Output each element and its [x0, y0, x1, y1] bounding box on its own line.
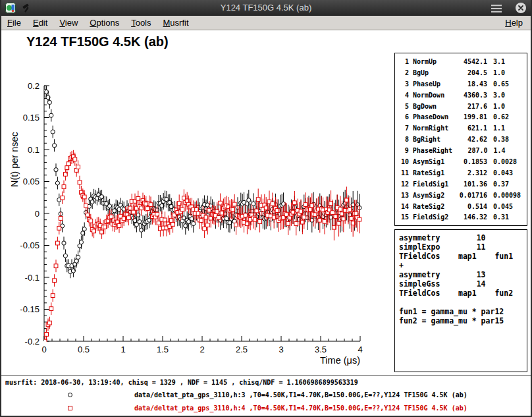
param-val: 2.312: [452, 169, 487, 177]
param-err: 0.65: [493, 80, 523, 88]
param-num: 11: [398, 169, 409, 177]
param-err: 3.0: [493, 92, 523, 99]
legend-item: data/deltat_pta_gps_3110,h:3 ,T0=4.50K,T…: [1, 388, 531, 401]
param-name: AsymSig1: [413, 158, 452, 165]
param-row: 3PhaseUp18.430.65: [398, 78, 523, 90]
param-row: 8BgRight42.620.38: [398, 134, 523, 145]
menu-mnemonic: V: [59, 18, 65, 28]
param-err: 1.4: [493, 147, 523, 154]
legend-label: data/deltat_pta_gps_3110,h:3 ,T0=4.50K,T…: [134, 391, 467, 399]
param-err: 0.0028: [493, 158, 523, 165]
param-num: 8: [398, 136, 409, 143]
param-num: 2: [398, 69, 409, 76]
param-name: BgDown: [413, 103, 452, 110]
param-val: 4542.1: [452, 58, 487, 65]
menu-item-musrfit[interactable]: Musrfit: [157, 16, 195, 30]
y-tick-label: -0.15: [20, 304, 40, 314]
hamburger-menu-icon[interactable]: [491, 3, 502, 14]
titlebar[interactable]: Y124 TF150G 4.5K (ab): [1, 0, 531, 16]
param-name: AsymSig2: [413, 192, 452, 199]
plot-canvas[interactable]: 0.20.150.10.050-0.05-0.1-0.15-0.200.511.…: [1, 30, 394, 374]
param-row: 5BgDown217.61.0: [398, 101, 523, 112]
series-circles: [43, 85, 361, 278]
square-marker-icon: [68, 406, 72, 410]
y-tick-label: 0: [35, 209, 40, 219]
param-name: PhaseDown: [413, 113, 452, 121]
menubar: HelpFileEditViewOptionsToolsMusrfit: [1, 16, 531, 30]
menu-item-options[interactable]: Options: [84, 16, 125, 30]
menu-item-help[interactable]: Help: [499, 16, 531, 30]
param-name: RateSig1: [413, 169, 452, 177]
param-row: 9PhaseRight287.01.4: [398, 145, 523, 156]
param-err: 0.38: [493, 136, 523, 143]
param-num: 15: [398, 213, 409, 221]
param-err: 1.0: [493, 103, 523, 110]
param-val: 18.43: [452, 80, 487, 88]
param-row: 13AsymSig20.017160.00098: [398, 190, 523, 201]
param-num: 6: [398, 113, 409, 121]
param-row: 12FieldSig1101.360.37: [398, 179, 523, 190]
param-name: FieldSig2: [413, 213, 452, 221]
x-tick-label: 3: [279, 345, 283, 354]
menu-mnemonic: O: [90, 18, 96, 28]
param-num: 13: [398, 192, 409, 199]
y-tick-label: 0.2: [28, 81, 40, 91]
x-tick-label: 0: [41, 345, 46, 354]
legend-label: data/deltat_pta_gps_3110,h:4 ,T0=4.50K,T…: [134, 404, 467, 412]
param-num: 9: [398, 147, 409, 154]
param-name: PhaseRight: [413, 147, 452, 154]
param-row: 2BgUp204.51.0: [398, 67, 523, 78]
param-num: 10: [398, 158, 409, 165]
y-tick-label: -0.2: [25, 337, 40, 347]
param-err: 0.62: [493, 113, 523, 121]
menu-item-file[interactable]: File: [1, 16, 27, 30]
app-window: Y124 TF150G 4.5K (ab) HelpFileEditViewOp…: [0, 0, 532, 417]
y-tick-label: 0.05: [23, 177, 40, 186]
param-num: 5: [398, 103, 409, 110]
menu-item-view[interactable]: View: [53, 16, 84, 30]
param-val: 0.514: [452, 203, 487, 210]
x-tick-label: 2: [200, 345, 204, 354]
circle-marker-icon: [68, 393, 72, 397]
param-name: RateSig2: [413, 203, 452, 210]
param-num: 7: [398, 125, 409, 132]
param-row: 15FieldSig2146.320.31: [398, 211, 523, 223]
param-name: PhaseUp: [413, 80, 452, 88]
param-num: 3: [398, 80, 409, 88]
x-tick-label: 1: [120, 345, 125, 354]
param-row: 14RateSig20.5140.045: [398, 201, 523, 212]
stats-divider: [1, 375, 531, 376]
x-tick-label: 0.5: [78, 345, 90, 354]
param-row: 4NormDown4360.33.0: [398, 90, 523, 101]
menu-item-edit[interactable]: Edit: [27, 16, 53, 30]
y-tick-label: 0.1: [28, 145, 40, 155]
param-num: 1: [398, 58, 409, 65]
param-err: 1.0: [493, 69, 523, 76]
param-val: 146.32: [452, 213, 487, 221]
param-row: 6PhaseDown199.810.62: [398, 111, 523, 123]
param-row: 7NormRight621.11.1: [398, 123, 523, 134]
menu-mnemonic: M: [163, 18, 171, 28]
param-row: 10AsymSig10.18530.0028: [398, 156, 523, 167]
param-name: NormUp: [413, 58, 452, 65]
series-squares: [43, 150, 361, 348]
y-tick-label: -0.05: [20, 240, 40, 250]
param-val: 4360.3: [452, 92, 487, 99]
theory-text: asymmetry 10 simplExpo 11 TFieldCos map1…: [399, 233, 523, 325]
param-num: 14: [398, 203, 409, 210]
param-val: 101.36: [452, 181, 487, 188]
param-name: FieldSig1: [413, 181, 452, 188]
menu-mnemonic: E: [33, 18, 39, 28]
legend-item: data/deltat_pta_gps_3110,h:4 ,T0=4.50K,T…: [1, 401, 531, 414]
y-tick-label: 0.15: [23, 113, 40, 123]
menu-mnemonic: H: [505, 18, 511, 28]
close-button[interactable]: [515, 2, 527, 14]
menu-item-tools[interactable]: Tools: [125, 16, 157, 30]
parameters-panel: 1NormUp4542.13.12BgUp204.51.03PhaseUp18.…: [394, 53, 527, 226]
data-series-layer: [43, 85, 361, 347]
plot-legend: data/deltat_pta_gps_3110,h:3 ,T0=4.50K,T…: [1, 388, 531, 414]
param-val: 0.1853: [452, 158, 487, 165]
param-val: 0.01716: [452, 192, 487, 199]
param-err: 0.37: [493, 181, 523, 188]
param-row: 1NormUp4542.13.1: [398, 56, 523, 67]
